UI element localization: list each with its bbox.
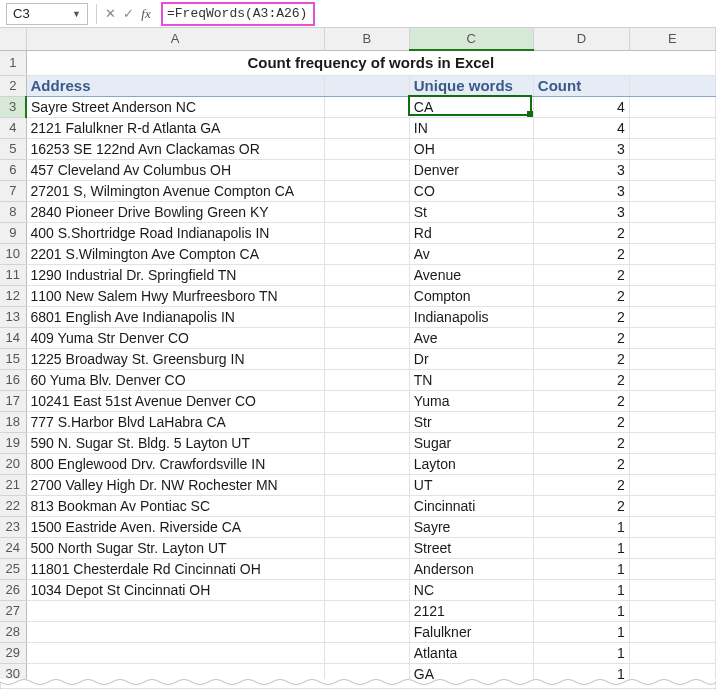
cell-D16[interactable]: 2: [533, 369, 629, 390]
cell-E15[interactable]: [629, 348, 715, 369]
cell-B9[interactable]: [324, 222, 409, 243]
row-header-14[interactable]: 14: [0, 327, 26, 348]
cell-D10[interactable]: 2: [533, 243, 629, 264]
cell-C12[interactable]: Compton: [409, 285, 533, 306]
cell-D11[interactable]: 2: [533, 264, 629, 285]
cell-D14[interactable]: 2: [533, 327, 629, 348]
column-header-A[interactable]: A: [26, 28, 324, 50]
cell-B24[interactable]: [324, 537, 409, 558]
header-cell-A[interactable]: Address: [26, 75, 324, 96]
cell-D17[interactable]: 2: [533, 390, 629, 411]
cell-E13[interactable]: [629, 306, 715, 327]
cell-E21[interactable]: [629, 474, 715, 495]
cell-E6[interactable]: [629, 159, 715, 180]
row-header-4[interactable]: 4: [0, 117, 26, 138]
row-header-24[interactable]: 24: [0, 537, 26, 558]
cell-B28[interactable]: [324, 621, 409, 642]
cell-C28[interactable]: Falulkner: [409, 621, 533, 642]
row-header-13[interactable]: 13: [0, 306, 26, 327]
name-box-dropdown-icon[interactable]: ▼: [72, 9, 81, 19]
cell-E5[interactable]: [629, 138, 715, 159]
cell-D21[interactable]: 2: [533, 474, 629, 495]
cell-A18[interactable]: 777 S.Harbor Blvd LaHabra CA: [26, 411, 324, 432]
cell-B10[interactable]: [324, 243, 409, 264]
cell-B12[interactable]: [324, 285, 409, 306]
cell-A7[interactable]: 27201 S, Wilmington Avenue Compton CA: [26, 180, 324, 201]
cell-C19[interactable]: Sugar: [409, 432, 533, 453]
cell-A21[interactable]: 2700 Valley High Dr. NW Rochester MN: [26, 474, 324, 495]
cell-A9[interactable]: 400 S.Shortridge Road Indianapolis IN: [26, 222, 324, 243]
cell-E7[interactable]: [629, 180, 715, 201]
cell-E11[interactable]: [629, 264, 715, 285]
cell-A5[interactable]: 16253 SE 122nd Avn Clackamas OR: [26, 138, 324, 159]
cell-C26[interactable]: NC: [409, 579, 533, 600]
cell-E24[interactable]: [629, 537, 715, 558]
cell-B19[interactable]: [324, 432, 409, 453]
cell-C11[interactable]: Avenue: [409, 264, 533, 285]
header-cell-D[interactable]: Count: [533, 75, 629, 96]
column-header-C[interactable]: C: [409, 28, 533, 50]
row-header-12[interactable]: 12: [0, 285, 26, 306]
row-header-5[interactable]: 5: [0, 138, 26, 159]
cell-E29[interactable]: [629, 642, 715, 663]
cancel-icon[interactable]: ✕: [101, 6, 119, 21]
cell-B13[interactable]: [324, 306, 409, 327]
cell-D15[interactable]: 2: [533, 348, 629, 369]
cell-C13[interactable]: Indianapolis: [409, 306, 533, 327]
cell-A28[interactable]: [26, 621, 324, 642]
cell-B18[interactable]: [324, 411, 409, 432]
cell-C18[interactable]: Str: [409, 411, 533, 432]
cell-D18[interactable]: 2: [533, 411, 629, 432]
cell-E4[interactable]: [629, 117, 715, 138]
cell-B6[interactable]: [324, 159, 409, 180]
cell-D27[interactable]: 1: [533, 600, 629, 621]
header-cell-E[interactable]: [629, 75, 715, 96]
cell-A20[interactable]: 800 Englewood Drv. Crawfordsville IN: [26, 453, 324, 474]
cell-B14[interactable]: [324, 327, 409, 348]
formula-input[interactable]: =FreqWords(A3:A26): [161, 2, 315, 26]
row-header-27[interactable]: 27: [0, 600, 26, 621]
cell-E28[interactable]: [629, 621, 715, 642]
cell-B27[interactable]: [324, 600, 409, 621]
cell-A23[interactable]: 1500 Eastride Aven. Riverside CA: [26, 516, 324, 537]
row-header-8[interactable]: 8: [0, 201, 26, 222]
select-all-corner[interactable]: [0, 28, 26, 50]
cell-A16[interactable]: 60 Yuma Blv. Denver CO: [26, 369, 324, 390]
cell-C27[interactable]: 2121: [409, 600, 533, 621]
cell-B29[interactable]: [324, 642, 409, 663]
cell-A10[interactable]: 2201 S.Wilmington Ave Compton CA: [26, 243, 324, 264]
cell-C16[interactable]: TN: [409, 369, 533, 390]
cell-D6[interactable]: 3: [533, 159, 629, 180]
cell-D12[interactable]: 2: [533, 285, 629, 306]
cell-E16[interactable]: [629, 369, 715, 390]
cell-E19[interactable]: [629, 432, 715, 453]
cell-E14[interactable]: [629, 327, 715, 348]
row-header-1[interactable]: 1: [0, 50, 26, 75]
row-header-19[interactable]: 19: [0, 432, 26, 453]
cell-B23[interactable]: [324, 516, 409, 537]
cell-B21[interactable]: [324, 474, 409, 495]
cell-B8[interactable]: [324, 201, 409, 222]
cell-C29[interactable]: Atlanta: [409, 642, 533, 663]
cell-D24[interactable]: 1: [533, 537, 629, 558]
cell-B20[interactable]: [324, 453, 409, 474]
cell-A8[interactable]: 2840 Pioneer Drive Bowling Green KY: [26, 201, 324, 222]
row-header-2[interactable]: 2: [0, 75, 26, 96]
cell-D26[interactable]: 1: [533, 579, 629, 600]
cell-E12[interactable]: [629, 285, 715, 306]
cell-E20[interactable]: [629, 453, 715, 474]
cell-C25[interactable]: Anderson: [409, 558, 533, 579]
cell-A12[interactable]: 1100 New Salem Hwy Murfreesboro TN: [26, 285, 324, 306]
cell-A27[interactable]: [26, 600, 324, 621]
cell-B3[interactable]: [324, 96, 409, 117]
confirm-icon[interactable]: ✓: [119, 6, 137, 21]
row-header-3[interactable]: 3: [0, 96, 26, 117]
row-header-16[interactable]: 16: [0, 369, 26, 390]
cell-D5[interactable]: 3: [533, 138, 629, 159]
cell-B26[interactable]: [324, 579, 409, 600]
row-header-9[interactable]: 9: [0, 222, 26, 243]
cell-E17[interactable]: [629, 390, 715, 411]
cell-E26[interactable]: [629, 579, 715, 600]
row-header-22[interactable]: 22: [0, 495, 26, 516]
cell-C3[interactable]: CA: [409, 96, 533, 117]
